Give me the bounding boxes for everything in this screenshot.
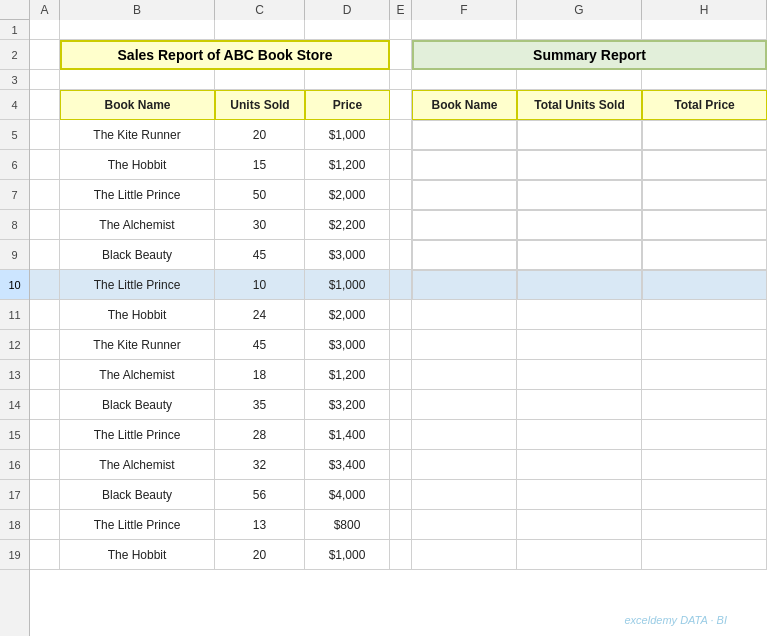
cell-c1[interactable]: [215, 20, 305, 40]
summary-g-7[interactable]: [517, 180, 642, 210]
cell-a17[interactable]: [30, 480, 60, 510]
col-header-e[interactable]: E: [390, 0, 412, 20]
cell-price-5[interactable]: $1,000: [305, 120, 390, 150]
cell-b3[interactable]: [60, 70, 215, 90]
cell-h1[interactable]: [642, 20, 767, 40]
summary-g-13[interactable]: [517, 360, 642, 390]
col-header-g[interactable]: G: [517, 0, 642, 20]
cell-price-15[interactable]: $1,400: [305, 420, 390, 450]
cell-price-7[interactable]: $2,000: [305, 180, 390, 210]
cell-e4[interactable]: [390, 90, 412, 120]
row-num-14[interactable]: 14: [0, 390, 29, 420]
col-header-b[interactable]: B: [60, 0, 215, 20]
row-num-8[interactable]: 8: [0, 210, 29, 240]
cell-e15[interactable]: [390, 420, 412, 450]
cell-price-6[interactable]: $1,200: [305, 150, 390, 180]
cell-book-15[interactable]: The Little Prince: [60, 420, 215, 450]
row-num-3[interactable]: 3: [0, 70, 29, 90]
summary-h-9[interactable]: [642, 240, 767, 270]
summary-h-6[interactable]: [642, 150, 767, 180]
cell-g1[interactable]: [517, 20, 642, 40]
cell-e2[interactable]: [390, 40, 412, 70]
summary-g-18[interactable]: [517, 510, 642, 540]
cell-a9[interactable]: [30, 240, 60, 270]
summary-h-14[interactable]: [642, 390, 767, 420]
cell-d1[interactable]: [305, 20, 390, 40]
row-num-11[interactable]: 11: [0, 300, 29, 330]
cell-price-13[interactable]: $1,200: [305, 360, 390, 390]
cell-units-8[interactable]: 30: [215, 210, 305, 240]
summary-g-16[interactable]: [517, 450, 642, 480]
col-header-d[interactable]: D: [305, 0, 390, 20]
cell-e16[interactable]: [390, 450, 412, 480]
row-num-6[interactable]: 6: [0, 150, 29, 180]
cell-units-6[interactable]: 15: [215, 150, 305, 180]
summary-f-12[interactable]: [412, 330, 517, 360]
cell-price-17[interactable]: $4,000: [305, 480, 390, 510]
cell-a3[interactable]: [30, 70, 60, 90]
summary-h-17[interactable]: [642, 480, 767, 510]
cell-units-7[interactable]: 50: [215, 180, 305, 210]
summary-h-8[interactable]: [642, 210, 767, 240]
summary-f-18[interactable]: [412, 510, 517, 540]
cell-book-19[interactable]: The Hobbit: [60, 540, 215, 570]
cell-e17[interactable]: [390, 480, 412, 510]
summary-g-11[interactable]: [517, 300, 642, 330]
cell-b1[interactable]: [60, 20, 215, 40]
summary-f-5[interactable]: [412, 120, 517, 150]
cell-a7[interactable]: [30, 180, 60, 210]
summary-g-12[interactable]: [517, 330, 642, 360]
summary-g-19[interactable]: [517, 540, 642, 570]
cell-a10[interactable]: [30, 270, 60, 300]
row-num-5[interactable]: 5: [0, 120, 29, 150]
cell-book-11[interactable]: The Hobbit: [60, 300, 215, 330]
cell-a12[interactable]: [30, 330, 60, 360]
summary-g-10[interactable]: [517, 270, 642, 300]
summary-g-5[interactable]: [517, 120, 642, 150]
row-num-15[interactable]: 15: [0, 420, 29, 450]
summary-h-13[interactable]: [642, 360, 767, 390]
cell-e9[interactable]: [390, 240, 412, 270]
cell-price-10[interactable]: $1,000: [305, 270, 390, 300]
cell-g3[interactable]: [517, 70, 642, 90]
cell-c3[interactable]: [215, 70, 305, 90]
cell-units-15[interactable]: 28: [215, 420, 305, 450]
cell-a5[interactable]: [30, 120, 60, 150]
cell-a19[interactable]: [30, 540, 60, 570]
cell-book-10[interactable]: The Little Prince: [60, 270, 215, 300]
cell-units-16[interactable]: 32: [215, 450, 305, 480]
row-num-4[interactable]: 4: [0, 90, 29, 120]
cell-price-12[interactable]: $3,000: [305, 330, 390, 360]
summary-h-7[interactable]: [642, 180, 767, 210]
summary-g-17[interactable]: [517, 480, 642, 510]
cell-units-5[interactable]: 20: [215, 120, 305, 150]
cell-e10[interactable]: [390, 270, 412, 300]
row-num-13[interactable]: 13: [0, 360, 29, 390]
cell-book-12[interactable]: The Kite Runner: [60, 330, 215, 360]
cell-e1[interactable]: [390, 20, 412, 40]
row-num-10[interactable]: 10: [0, 270, 29, 300]
cell-e8[interactable]: [390, 210, 412, 240]
cell-book-9[interactable]: Black Beauty: [60, 240, 215, 270]
row-num-16[interactable]: 16: [0, 450, 29, 480]
cell-a8[interactable]: [30, 210, 60, 240]
cell-e19[interactable]: [390, 540, 412, 570]
cell-units-17[interactable]: 56: [215, 480, 305, 510]
cell-a14[interactable]: [30, 390, 60, 420]
summary-g-14[interactable]: [517, 390, 642, 420]
cell-e7[interactable]: [390, 180, 412, 210]
row-num-17[interactable]: 17: [0, 480, 29, 510]
summary-f-11[interactable]: [412, 300, 517, 330]
summary-h-18[interactable]: [642, 510, 767, 540]
summary-h-11[interactable]: [642, 300, 767, 330]
cell-price-18[interactable]: $800: [305, 510, 390, 540]
summary-f-16[interactable]: [412, 450, 517, 480]
summary-h-19[interactable]: [642, 540, 767, 570]
cell-d3[interactable]: [305, 70, 390, 90]
summary-g-9[interactable]: [517, 240, 642, 270]
cell-price-19[interactable]: $1,000: [305, 540, 390, 570]
cell-book-18[interactable]: The Little Prince: [60, 510, 215, 540]
cell-book-13[interactable]: The Alchemist: [60, 360, 215, 390]
cell-a2[interactable]: [30, 40, 60, 70]
summary-g-15[interactable]: [517, 420, 642, 450]
